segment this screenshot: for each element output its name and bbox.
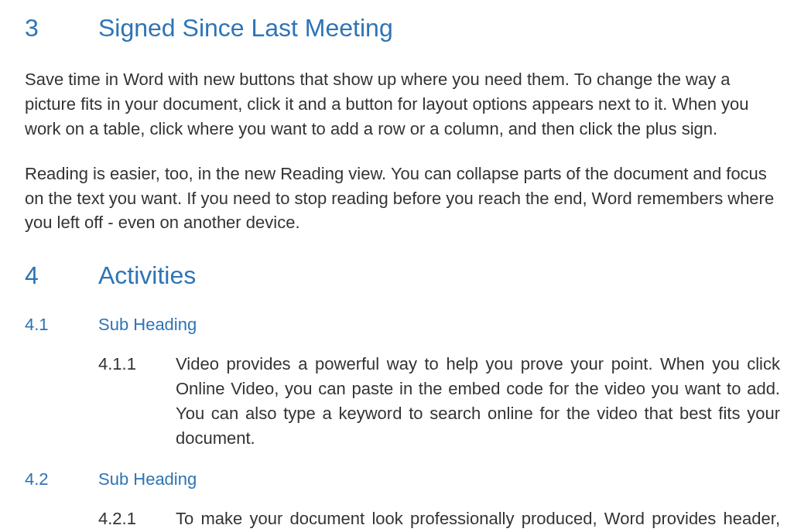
section-3-number: 3 [25,14,98,43]
section-4-1-1-row: 4.1.1 Video provides a powerful way to h… [25,352,780,451]
section-4-2-number: 4.2 [25,469,98,489]
section-4-1-title: Sub Heading [98,315,197,335]
section-4-2-title: Sub Heading [98,469,197,489]
section-3-heading: 3 Signed Since Last Meeting [25,14,780,43]
section-4-1-1-number: 4.1.1 [98,352,176,377]
section-4-1-heading: 4.1 Sub Heading [25,315,780,335]
section-3-title: Signed Since Last Meeting [98,14,393,43]
section-4-2-heading: 4.2 Sub Heading [25,469,780,489]
section-4-2-1-row: 4.2.1 To make your document look profess… [25,506,780,532]
section-4-1-number: 4.1 [25,315,98,335]
section-4-title: Activities [98,261,196,290]
section-3-paragraph-2: Reading is easier, too, in the new Readi… [25,162,780,236]
section-4-2-1-number: 4.2.1 [98,506,176,531]
section-4-2-1-text: To make your document look professionall… [176,506,780,532]
section-3-paragraph-1: Save time in Word with new buttons that … [25,67,780,142]
section-4-1-1-text: Video provides a powerful way to help yo… [176,352,780,451]
section-4-heading: 4 Activities [25,261,780,290]
section-4-number: 4 [25,261,98,290]
